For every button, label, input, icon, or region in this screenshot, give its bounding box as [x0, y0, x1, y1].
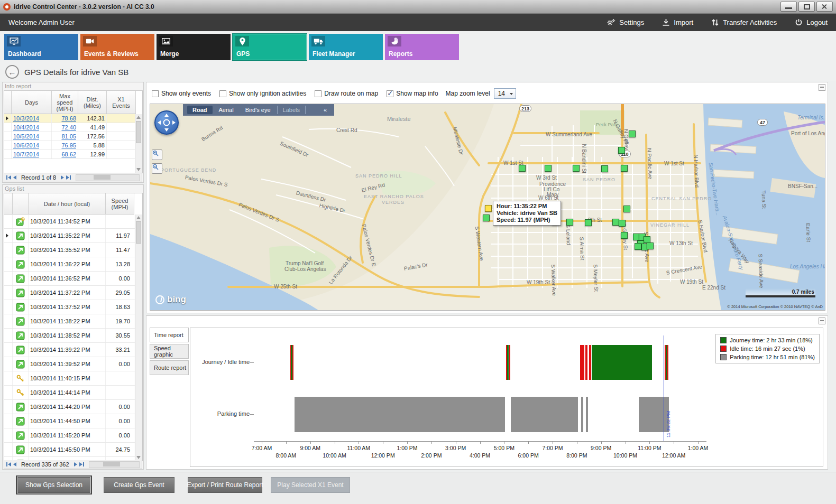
map-zoom-select[interactable]: 14 [494, 88, 516, 99]
gps-marker[interactable] [635, 243, 641, 250]
gps-list-row[interactable]: 10/3/2014 11:35:22 PM11.97 [4, 229, 142, 243]
gps-vertical-scrollbar[interactable] [135, 214, 142, 461]
gps-marker[interactable] [519, 165, 526, 172]
chart-tab-time-report[interactable]: Time report [150, 328, 189, 342]
max-speed-link[interactable]: 81.05 [61, 133, 76, 139]
gps-list-row[interactable]: 10/3/2014 11:36:52 PM0.00 [4, 272, 142, 286]
minimize-button[interactable] [780, 2, 797, 12]
gps-list-row[interactable]: 10/3/2014 11:38:52 PM30.55 [4, 329, 142, 343]
checkbox-show-only-ignition-activities[interactable]: Show only ignition activities [219, 90, 306, 97]
header-action-transfer-activities[interactable]: Transfer Activities [711, 18, 777, 26]
column-header-speed[interactable]: Speed (MPH) [106, 193, 134, 214]
scroll-thumb[interactable] [94, 175, 111, 180]
map-style-road[interactable]: Road [187, 106, 213, 114]
gps-list-row[interactable]: 10/3/2014 11:35:52 PM11.47 [4, 243, 142, 257]
map-compass-control[interactable] [154, 110, 179, 135]
header-action-logout[interactable]: Logout [795, 18, 828, 26]
gps-list-row[interactable]: 10/3/2014 11:45:50 PM24.75 [4, 443, 142, 457]
gps-marker[interactable] [647, 242, 654, 249]
column-header-dist-miles[interactable]: Dist. (Miles) [78, 91, 107, 114]
gps-marker[interactable] [483, 214, 490, 221]
show-gps-selection-button[interactable]: Show Gps Selection [17, 477, 90, 493]
checkbox-show-only-events[interactable]: Show only events [152, 90, 211, 97]
map-style-labels[interactable]: Labels [277, 106, 306, 114]
info-horizontal-scrollbar[interactable] [76, 174, 140, 181]
gps-list-row[interactable]: 10/3/2014 11:37:22 PM29.05 [4, 286, 142, 300]
map-style-bird-s-eye[interactable]: Bird's eye [240, 106, 276, 114]
gps-marker[interactable] [585, 219, 592, 226]
gps-marker[interactable] [618, 147, 625, 154]
next-record-button[interactable] [74, 462, 77, 466]
gps-marker[interactable] [623, 206, 630, 212]
day-link[interactable]: 10/5/2014 [13, 133, 39, 139]
pan-right-icon[interactable] [172, 120, 176, 125]
gps-marker[interactable] [601, 165, 608, 172]
column-header-date-hour[interactable]: Date / hour (local) [29, 193, 106, 214]
gps-marker[interactable] [619, 220, 626, 227]
nav-tile-merge[interactable]: Merge [157, 34, 231, 60]
scroll-up-icon[interactable] [136, 216, 141, 219]
scroll-thumb[interactable] [136, 221, 141, 244]
next-record-button[interactable] [61, 175, 64, 180]
day-link[interactable]: 10/3/2014 [13, 115, 39, 122]
max-speed-link[interactable]: 68.62 [61, 151, 76, 157]
chart-panel-collapse-button[interactable] [819, 318, 825, 324]
gps-list-row[interactable]: 10/3/2014 11:45:20 PM0.00 [4, 428, 142, 443]
map[interactable]: MiralestePeck ParkW Summerland AveCrest … [150, 104, 825, 311]
header-action-import[interactable]: Import [662, 18, 693, 26]
scroll-down-icon[interactable] [136, 168, 141, 171]
day-link[interactable]: 10/4/2014 [13, 124, 39, 130]
info-report-row[interactable]: 10/4/201472.4041.49 [4, 123, 142, 132]
gps-marker[interactable] [629, 130, 636, 137]
nav-tile-events-reviews[interactable]: Events & Reviews [80, 34, 154, 60]
scroll-up-icon[interactable] [136, 116, 141, 119]
gps-list-row[interactable]: 10/3/2014 11:36:22 PM13.28 [4, 257, 142, 272]
info-report-row[interactable]: 10/5/201481.05172.56 [4, 132, 142, 141]
close-button[interactable] [816, 2, 833, 12]
gps-list-row[interactable]: 10/3/2014 11:34:52 PM [4, 214, 142, 229]
scroll-thumb[interactable] [103, 462, 120, 466]
prev-record-button[interactable] [13, 175, 16, 180]
first-record-button[interactable] [6, 175, 11, 180]
gps-list-row[interactable]: 10/3/2014 11:44:20 PM0.00 [4, 400, 142, 414]
back-button[interactable]: ← [5, 65, 19, 79]
gps-marker[interactable] [621, 232, 628, 239]
day-link[interactable]: 10/6/2014 [13, 142, 39, 148]
nav-tile-reports[interactable]: Reports [385, 34, 459, 60]
scroll-thumb[interactable] [136, 121, 141, 143]
map-style-aerial[interactable]: Aerial [214, 106, 239, 114]
day-link[interactable]: 10/7/2014 [13, 151, 39, 157]
nav-tile-dashboard[interactable]: Dashboard [4, 34, 78, 60]
gps-marker[interactable] [545, 165, 552, 172]
map-panel-collapse-button[interactable] [819, 84, 825, 91]
nav-tile-fleet-manager[interactable]: Fleet Manager [309, 34, 383, 60]
gps-list-row[interactable]: 10/3/2014 11:40:15 PM [4, 371, 142, 386]
first-record-button[interactable] [6, 462, 11, 466]
max-speed-link[interactable]: 78.68 [61, 115, 76, 122]
selected-gps-marker[interactable] [485, 205, 492, 212]
max-speed-link[interactable]: 72.40 [61, 124, 76, 130]
last-record-button[interactable] [79, 462, 84, 466]
gps-list-row[interactable]: 10/3/2014 11:39:22 PM33.21 [4, 343, 142, 357]
checkbox-show-map-info[interactable]: Show map info [387, 90, 438, 97]
gps-marker[interactable] [573, 165, 580, 172]
gps-list-row[interactable]: 10/3/2014 11:44:14 PM [4, 386, 142, 400]
zoom-out-button[interactable] [152, 163, 162, 174]
scroll-down-icon[interactable] [136, 456, 141, 459]
gps-list-row[interactable]: 10/3/2014 11:44:50 PM0.00 [4, 414, 142, 428]
pan-left-icon[interactable] [158, 120, 161, 125]
gps-list-row[interactable]: 10/3/2014 11:39:52 PM0.00 [4, 357, 142, 371]
column-header-x1-events[interactable]: X1 Events [107, 91, 136, 114]
pan-up-icon[interactable] [164, 114, 169, 117]
pan-down-icon[interactable] [164, 128, 169, 132]
column-header-max-speed[interactable]: Max speed (MPH) [52, 91, 78, 114]
checkbox-draw-route-on-map[interactable]: Draw route on map [315, 90, 378, 97]
maximize-button[interactable] [798, 2, 815, 12]
chart-tab-speed-graphic[interactable]: Speed graphic [150, 344, 189, 359]
last-record-button[interactable] [66, 175, 71, 180]
header-action-settings[interactable]: Settings [607, 18, 644, 26]
info-report-row[interactable]: 10/6/201476.955.88 [4, 141, 142, 150]
info-report-row[interactable]: 10/3/201478.68142.31 [4, 114, 142, 123]
map-nav-collapse-button[interactable]: « [320, 107, 330, 113]
nav-tile-gps[interactable]: GPS [233, 34, 307, 60]
